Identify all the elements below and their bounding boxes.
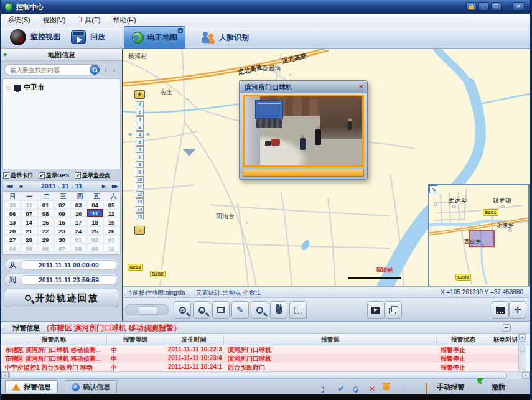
calendar-day-cell[interactable]: 05	[21, 244, 37, 252]
tab-close-icon[interactable]: x	[178, 28, 183, 33]
camera-video-popup[interactable]: 滨河所门口球机 ✕	[239, 80, 368, 180]
close-button[interactable]: ✕	[512, 2, 525, 11]
collapse-arrow-icon[interactable]: ▶	[4, 52, 7, 57]
zoom-area-button[interactable]	[251, 301, 268, 319]
alarm-table-row[interactable]: 市辖区 滨河所门口球机 移动侦测...中2011-11-11 10:22:33滨…	[1, 345, 522, 354]
layer-checkbox[interactable]: ✔ 显示GPS	[39, 172, 69, 180]
menu-item[interactable]: 视图(V)	[37, 14, 72, 27]
calendar-day-cell[interactable]: 08	[37, 209, 54, 217]
from-date-field[interactable]: 2011-11-11 00:00:00	[21, 260, 117, 270]
zoom-level-cell[interactable]: 2	[136, 116, 144, 123]
rect-select-button[interactable]	[212, 301, 230, 319]
zoom-level-cell[interactable]: 14	[136, 206, 144, 213]
calendar-day-cell[interactable]: 04	[87, 200, 103, 208]
zoom-level-cell[interactable]: 0	[136, 101, 144, 108]
restore-button[interactable]: ❐	[491, 2, 502, 11]
minimap-collapse-icon[interactable]: ↘	[429, 185, 437, 193]
calendar-day-cell[interactable]: 24	[70, 226, 86, 235]
zoom-level-cell[interactable]: 6	[136, 146, 144, 153]
layer-checkbox[interactable]: ✔ 显示卡口	[3, 172, 33, 180]
tab-face-recognition[interactable]: 人脸识别	[194, 26, 256, 49]
start-track-playback-button[interactable]: 开始轨迹回放	[4, 289, 119, 307]
measure-button[interactable]: ✎	[231, 301, 249, 319]
calendar-day-cell[interactable]: 01	[37, 200, 54, 208]
calendar-day-cell[interactable]: 03	[70, 200, 86, 208]
zoom-level-cell[interactable]: 8	[136, 161, 144, 168]
zoom-slider[interactable]	[125, 304, 169, 315]
alarm-info-button[interactable]: i	[322, 383, 324, 394]
calendar-day-cell[interactable]: 22	[37, 226, 54, 235]
calendar-day-cell[interactable]: 29	[37, 235, 54, 243]
calendar-day-cell[interactable]: 04	[4, 244, 21, 252]
zoom-in-map-button[interactable]: +	[134, 90, 145, 99]
alarm-table-row[interactable]: 市辖区 滨河所门口球机 移动侦测...中2011-11-11 10:23:42滨…	[1, 354, 522, 363]
calendar-day-cell[interactable]: 26	[103, 226, 119, 235]
zoom-level-cell[interactable]: 10	[136, 176, 144, 183]
zoom-level-cell[interactable]: 9	[136, 169, 144, 175]
horizontal-scrollbar[interactable]: ‹ ›	[1, 371, 530, 379]
prev-result-icon[interactable]: ‹	[105, 67, 107, 73]
calendar-day-cell[interactable]: 07	[21, 209, 37, 217]
calendar-day-cell[interactable]: 21	[21, 226, 37, 235]
zoom-out-button[interactable]: −	[193, 301, 210, 319]
manual-alarm-icon[interactable]	[426, 384, 427, 395]
calendar-day-cell[interactable]: 30	[54, 235, 70, 243]
alarm-table-row[interactable]: 中宁所监控1 西台乡政府门 移动中2011-11-11 10:24:17西台乡政…	[1, 363, 522, 371]
scroll-up-icon[interactable]: ▲	[519, 334, 526, 340]
minimize-panel-button[interactable]: –	[502, 324, 511, 332]
search-icon[interactable]	[90, 65, 100, 75]
calendar-day-cell[interactable]: 27	[4, 235, 21, 243]
tab-alarm-info[interactable]: 报警信息	[5, 380, 58, 393]
calendar-day-cell[interactable]: 10	[70, 209, 86, 217]
map-canvas[interactable]: 杨湾村 香园沟 南庄 阳沟台 定北高速 定北高速 S202 S202 500米 …	[123, 49, 530, 286]
video-control-bar[interactable]	[243, 170, 364, 177]
calendar-day-cell[interactable]: 06	[37, 244, 54, 252]
zoom-level-cell[interactable]: 1	[136, 109, 144, 116]
disarm-button[interactable]: 撤防	[492, 383, 505, 392]
calendar-day-cell[interactable]: 12	[103, 209, 119, 217]
next-result-icon[interactable]: ›	[113, 67, 116, 73]
scroll-left-icon[interactable]: ‹	[1, 372, 9, 379]
fit-extent-button[interactable]	[492, 301, 509, 319]
tab-electronic-map[interactable]: 电子地图 x	[124, 26, 185, 49]
playback-button[interactable]: 回放	[66, 27, 110, 47]
zoom-level-cell[interactable]: 3	[136, 124, 144, 131]
calendar-day-cell[interactable]: 30	[4, 200, 21, 208]
calendar-day-cell[interactable]: 06	[4, 209, 21, 217]
search-input[interactable]	[4, 64, 101, 75]
tree-item-city[interactable]: ▷ 中卫市	[7, 83, 44, 92]
to-date-field[interactable]: 2011-11-11 23:59:59	[21, 275, 117, 285]
calendar-day-cell[interactable]: 09	[54, 209, 70, 217]
confirm-alarm-button[interactable]: ✔	[338, 383, 345, 394]
zoom-out-map-button[interactable]: −	[134, 226, 145, 235]
calendar-day-cell[interactable]: 05	[103, 200, 119, 208]
calendar-day-cell[interactable]: 28	[21, 235, 37, 243]
calendar-day-cell[interactable]: 20	[4, 226, 21, 235]
calendar-day-cell[interactable]: 09	[87, 244, 103, 252]
tab-confirm-info[interactable]: ✔ 确认信息	[65, 380, 117, 393]
calendar-day-cell[interactable]: 17	[70, 218, 86, 226]
menu-item[interactable]: 工具(T)	[72, 14, 106, 27]
menu-item[interactable]: 帮助(H)	[106, 14, 142, 27]
calendar-day-cell[interactable]: 25	[87, 226, 103, 235]
scrollbar-thumb[interactable]	[9, 373, 507, 379]
column-header[interactable]: 联动对讲	[490, 335, 522, 345]
zoom-level-cell[interactable]: 12	[136, 191, 144, 198]
lock-button[interactable]	[466, 2, 477, 11]
column-header[interactable]: 报警名称	[1, 335, 107, 345]
calendar-day-cell[interactable]: 19	[103, 218, 119, 226]
calendar-day-cell[interactable]: 14	[21, 218, 37, 226]
calendar-day-cell[interactable]: 31	[21, 200, 37, 208]
tree-expander-icon[interactable]: ▷	[7, 85, 11, 91]
confirm-all-button[interactable]: ✔	[353, 383, 358, 394]
calendar-day-cell[interactable]: 13	[4, 218, 21, 226]
popup-title-bar[interactable]: 滨河所门口球机 ✕	[240, 81, 367, 93]
minimize-button[interactable]: –	[478, 2, 489, 11]
close-icon[interactable]: ✕	[358, 83, 364, 90]
zoom-in-button[interactable]: +	[174, 301, 191, 319]
zoom-level-cell[interactable]: 4	[136, 131, 144, 138]
calendar-day-cell[interactable]: 16	[54, 218, 70, 226]
monitor-view-button[interactable]: 监控视图	[5, 27, 65, 47]
menu-item[interactable]: 系统(S)	[1, 14, 37, 27]
calendar-day-cell[interactable]: 15	[37, 218, 54, 226]
